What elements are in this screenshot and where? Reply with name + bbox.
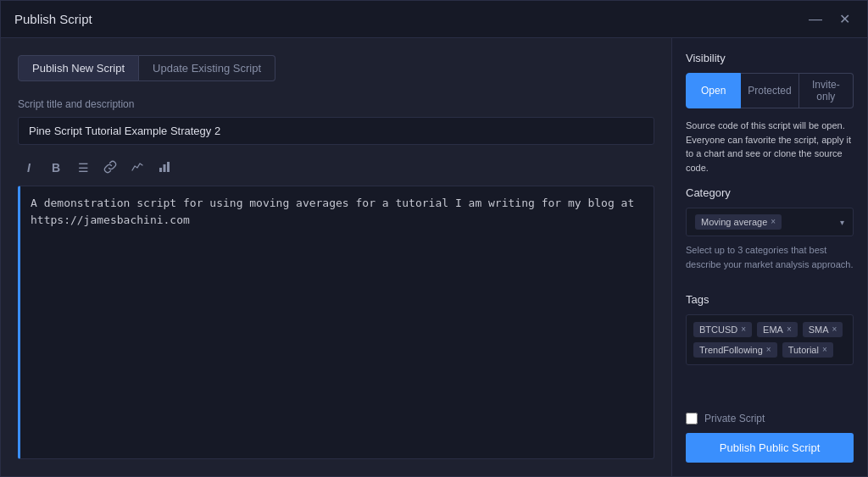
visibility-buttons: Open Protected Invite-only <box>686 73 854 108</box>
toolbar-italic-button[interactable]: I <box>18 157 40 179</box>
chart-line-icon <box>131 160 144 176</box>
category-section: Category Moving average × ▾ Select up to… <box>686 186 854 283</box>
left-panel: Publish New Script Update Existing Scrip… <box>1 38 672 476</box>
private-script-checkbox[interactable] <box>686 413 698 424</box>
dialog-body: Publish New Script Update Existing Scrip… <box>1 38 867 476</box>
link-icon <box>103 160 117 176</box>
publish-public-button[interactable]: Publish Public Script <box>686 433 854 463</box>
bold-icon: B <box>52 161 60 175</box>
svg-rect-2 <box>167 162 170 172</box>
title-controls: — ✕ <box>805 11 854 28</box>
italic-icon: I <box>27 161 31 175</box>
tag-chip: SMA× <box>803 322 843 337</box>
toolbar-list-button[interactable]: ☰ <box>72 157 94 179</box>
tag-chip: BTCUSD× <box>693 322 752 337</box>
category-description: Select up to 3 categories that best desc… <box>686 243 854 271</box>
tags-container: BTCUSD×EMA×SMA×TrendFollowing×Tutorial× <box>686 314 854 365</box>
category-dropdown[interactable]: Moving average × ▾ <box>686 208 854 236</box>
tab-update-existing[interactable]: Update Existing Script <box>139 55 275 81</box>
tags-section: Tags BTCUSD×EMA×SMA×TrendFollowing×Tutor… <box>686 293 854 402</box>
toolbar-link-button[interactable] <box>99 157 121 179</box>
tag-remove-icon[interactable]: × <box>832 325 837 334</box>
bottom-section: Private Script Publish Public Script <box>686 402 854 463</box>
tag-remove-icon[interactable]: × <box>766 346 771 354</box>
tags-label: Tags <box>686 293 854 306</box>
script-description-textarea[interactable]: A demonstration script for using moving … <box>18 186 654 459</box>
publish-script-dialog: Publish Script — ✕ Publish New Script Up… <box>0 0 868 477</box>
visibility-open-button[interactable]: Open <box>686 73 741 108</box>
vis-description-text: Everyone can favorite the script, apply … <box>686 135 851 173</box>
toolbar-chart-button[interactable] <box>126 157 148 179</box>
dialog-title: Publish Script <box>14 12 92 26</box>
toolbar-bar-chart-button[interactable] <box>153 157 175 179</box>
title-bar: Publish Script — ✕ <box>1 1 867 38</box>
dropdown-arrow-icon: ▾ <box>840 218 844 227</box>
toolbar-bold-button[interactable]: B <box>45 157 67 179</box>
category-remove-icon[interactable]: × <box>771 218 776 226</box>
svg-rect-1 <box>164 164 166 172</box>
visibility-protected-button[interactable]: Protected <box>741 73 798 108</box>
script-title-input[interactable] <box>18 117 654 145</box>
bar-chart-icon <box>158 160 171 176</box>
close-button[interactable]: ✕ <box>836 11 854 28</box>
section-label-title: Script title and description <box>18 98 654 110</box>
right-panel: Visibility Open Protected Invite-only So… <box>672 38 867 476</box>
tabs: Publish New Script Update Existing Scrip… <box>18 55 654 81</box>
editor-toolbar: I B ☰ <box>18 157 654 179</box>
tag-chip: TrendFollowing× <box>693 342 777 358</box>
tab-publish-new[interactable]: Publish New Script <box>18 55 139 81</box>
category-label: Category <box>686 186 854 199</box>
private-script-label[interactable]: Private Script <box>686 413 854 424</box>
category-selected: Moving average × <box>695 214 782 230</box>
visibility-label: Visibility <box>686 52 854 64</box>
tag-remove-icon[interactable]: × <box>822 346 827 354</box>
minimize-button[interactable]: — <box>805 11 826 28</box>
visibility-invite-only-button[interactable]: Invite-only <box>799 73 854 108</box>
tag-remove-icon[interactable]: × <box>741 325 746 334</box>
vis-description-bold: Source code of this script will be open. <box>686 120 845 130</box>
visibility-description: Source code of this script will be open.… <box>686 119 854 175</box>
tag-remove-icon[interactable]: × <box>787 325 792 334</box>
tag-chip: EMA× <box>757 322 798 337</box>
private-script-text: Private Script <box>704 413 765 424</box>
list-icon: ☰ <box>78 161 89 175</box>
category-chip: Moving average × <box>695 214 782 230</box>
tag-chip: Tutorial× <box>782 342 833 358</box>
svg-rect-0 <box>159 168 162 172</box>
